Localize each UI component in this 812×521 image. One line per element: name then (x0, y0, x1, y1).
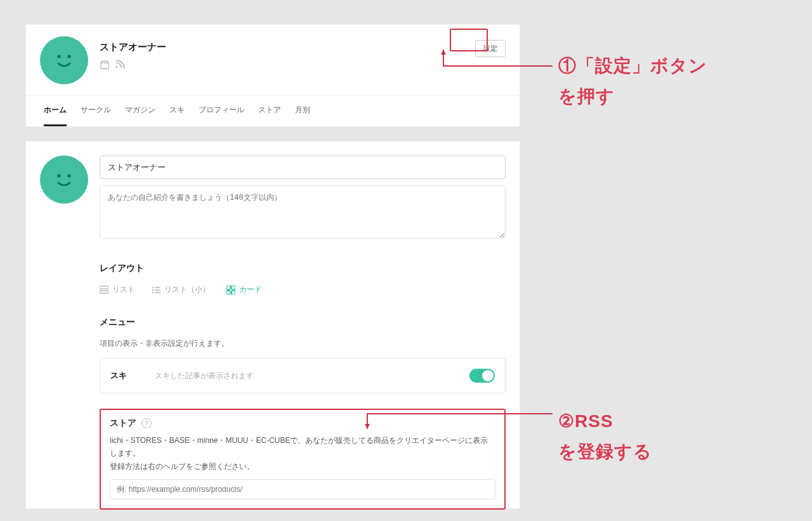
store-rss-input[interactable] (110, 479, 495, 499)
menu-row-toggle[interactable] (469, 369, 495, 383)
menu-title: メニュー (100, 317, 506, 328)
svg-rect-4 (100, 286, 108, 289)
layout-list-small-label: リスト（小） (164, 284, 210, 295)
tab-profile[interactable]: プロフィール (199, 96, 244, 126)
svg-point-0 (57, 55, 60, 58)
svg-rect-15 (232, 291, 235, 294)
menu-row-hint: スキした記事が表示されます (155, 371, 254, 381)
settings-button[interactable]: 設定 (475, 40, 506, 57)
menu-row-suki: スキ スキした記事が表示されます (100, 358, 506, 393)
svg-rect-11 (155, 292, 160, 293)
layout-options: リスト リスト（小） カード (100, 284, 506, 295)
bio-textarea[interactable] (100, 185, 506, 239)
tab-home[interactable]: ホーム (44, 96, 67, 126)
menu-row-label: スキ (110, 370, 155, 381)
tab-magazine[interactable]: マガジン (125, 96, 155, 126)
card-icon (226, 286, 235, 294)
layout-list[interactable]: リスト (100, 284, 135, 295)
callout-1-line2: を押す (558, 81, 707, 112)
callout-2-line2: を登録する (558, 437, 652, 467)
list-small-icon (152, 286, 160, 294)
svg-point-3 (67, 174, 70, 177)
layout-title: レイアウト (100, 263, 506, 274)
profile-tabs: ホーム サークル マガジン スキ プロフィール ストア 月別 (26, 95, 520, 126)
svg-rect-14 (226, 291, 230, 294)
profile-name: ストアオーナー (100, 41, 166, 53)
settings-card: レイアウト リスト リスト（小） (25, 141, 520, 509)
callout-1: ①「設定」ボタン を押す (558, 51, 707, 111)
layout-list-label: リスト (112, 284, 135, 295)
tab-circle[interactable]: サークル (81, 96, 111, 126)
tab-store[interactable]: ストア (258, 96, 281, 126)
callout-1-line1: ①「設定」ボタン (558, 51, 707, 81)
rss-icon[interactable] (115, 60, 125, 72)
more-icon[interactable]: … (456, 43, 468, 55)
callout-2: ②RSS を登録する (558, 406, 652, 466)
svg-point-8 (152, 289, 154, 291)
store-desc-line1: iichi・STORES・BASE・minne・MUUU・EC-CUBEで、あな… (110, 436, 488, 458)
store-section: ストア ? iichi・STORES・BASE・minne・MUUU・EC-CU… (100, 409, 506, 510)
svg-point-2 (57, 174, 60, 177)
store-title: ストア (110, 418, 136, 429)
store-desc-line2: 登録方法は右のヘルプをご参照ください。 (110, 462, 254, 471)
svg-rect-13 (232, 286, 235, 289)
tab-suki[interactable]: スキ (169, 96, 185, 126)
profile-card: ストアオーナー … 設定 ホーム サークル マガジン スキ プロフィール ストア… (25, 24, 520, 127)
list-icon (100, 286, 108, 294)
svg-point-1 (67, 55, 70, 58)
tab-monthly[interactable]: 月別 (295, 96, 310, 126)
avatar-settings[interactable] (40, 155, 88, 204)
svg-rect-12 (226, 286, 230, 289)
svg-point-6 (152, 286, 154, 288)
callout-2-line1: ②RSS (558, 406, 652, 437)
svg-rect-5 (100, 291, 108, 293)
menu-desc: 項目の表示・非表示設定が行えます。 (100, 338, 506, 349)
svg-rect-9 (155, 289, 160, 291)
svg-rect-7 (155, 287, 160, 288)
layout-card[interactable]: カード (226, 284, 262, 295)
name-input[interactable] (100, 155, 506, 179)
avatar (40, 36, 88, 84)
layout-card-label: カード (239, 284, 262, 295)
layout-list-small[interactable]: リスト（小） (152, 284, 210, 295)
help-icon[interactable]: ? (141, 418, 152, 428)
store-icon[interactable] (100, 60, 110, 72)
svg-point-10 (152, 291, 154, 293)
